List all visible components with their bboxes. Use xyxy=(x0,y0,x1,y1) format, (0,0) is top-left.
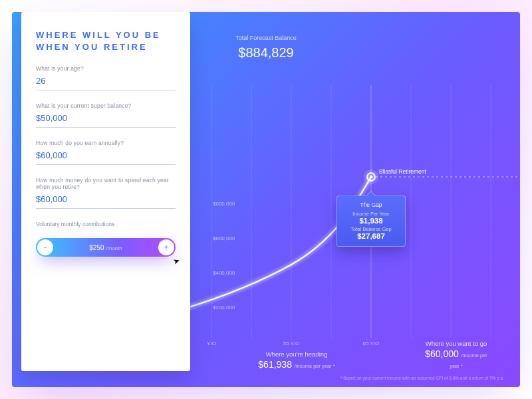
slider-value: $250 /month xyxy=(89,244,122,251)
field-age: What is your age? 26 xyxy=(36,65,176,90)
tooltip-income-label: Income Per Year xyxy=(344,211,398,217)
field-retire-spend: How much money do you want to spend each… xyxy=(36,177,176,209)
input-panel: WHERE WILL YOU BE WHEN YOU RETIRE What i… xyxy=(21,12,190,371)
super-balance-input[interactable]: $50,000 xyxy=(36,113,176,128)
marker-label: Blissful Retirement xyxy=(379,168,426,175)
want-value: $60,000 /income per year * xyxy=(424,348,488,370)
field-label: What is your current super balance? xyxy=(36,102,176,109)
want-summary: Where you want to go $60,000 /income per… xyxy=(424,340,488,370)
field-label: How much money do you want to spend each… xyxy=(36,177,176,190)
tooltip-balance-value: $27,687 xyxy=(344,232,398,240)
tooltip-title: The Gap xyxy=(344,201,398,208)
footnote: * Based on your current income with an a… xyxy=(340,376,504,380)
y-tick: $200,000 xyxy=(213,305,235,311)
field-label: How much do you earn annually? xyxy=(36,140,176,146)
field-super-balance: What is your current super balance? $50,… xyxy=(36,102,176,128)
cursor-icon: ➤ xyxy=(172,256,181,267)
y-tick: $400,000 xyxy=(213,270,235,276)
minus-icon: - xyxy=(44,243,47,252)
heading-title: Where you're heading xyxy=(258,350,334,358)
y-tick: $800,000 xyxy=(213,201,235,207)
tooltip-balance-label: Total Balance Gap xyxy=(344,226,398,232)
panel-title: WHERE WILL YOU BE WHEN YOU RETIRE xyxy=(36,29,176,53)
x-tick: 55 Y/O xyxy=(283,340,300,346)
retire-spend-input[interactable]: $60,000 xyxy=(36,194,176,209)
contribution-slider-block: Voluntary monthly contributions - $250 /… xyxy=(36,221,176,257)
x-tick: 65 Y/O xyxy=(363,340,380,346)
field-label: What is your age? xyxy=(36,65,176,72)
retirement-marker[interactable] xyxy=(366,172,376,182)
slider-decrement-button[interactable]: - xyxy=(37,239,53,255)
annual-earn-input[interactable]: $60,000 xyxy=(36,150,176,165)
slider-increment-button[interactable]: + xyxy=(158,239,174,255)
field-annual-earn: How much do you earn annually? $60,000 xyxy=(36,140,176,165)
heading-summary: Where you're heading $61,938 /income per… xyxy=(258,350,334,370)
plus-icon: + xyxy=(164,243,168,252)
contribution-slider[interactable]: - $250 /month + ➤ xyxy=(36,238,176,257)
app-stage: WHERE WILL YOU BE WHEN YOU RETIRE What i… xyxy=(12,12,520,387)
gap-tooltip: The Gap Income Per Year $1,938 Total Bal… xyxy=(336,196,406,247)
y-tick: $600,000 xyxy=(213,235,235,241)
tooltip-income-value: $1,938 xyxy=(344,217,398,225)
heading-value: $61,938 /income per year * xyxy=(258,359,334,370)
x-tick: Y/O xyxy=(207,340,216,346)
slider-label: Voluntary monthly contributions xyxy=(36,221,176,227)
age-input[interactable]: 26 xyxy=(36,76,176,90)
want-title: Where you want to go xyxy=(424,340,488,347)
